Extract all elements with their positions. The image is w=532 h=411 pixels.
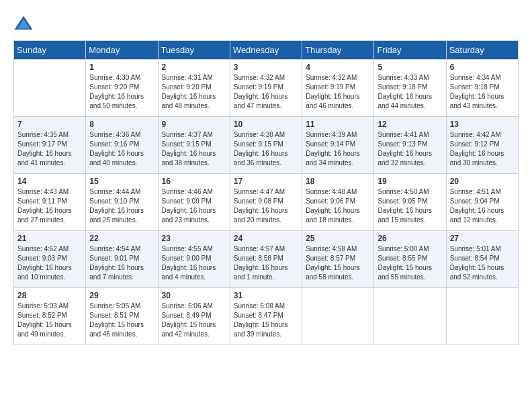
- calendar-cell: [302, 288, 374, 345]
- cell-content: Sunrise: 4:35 AMSunset: 9:17 PMDaylight:…: [17, 130, 82, 168]
- cell-content: Sunrise: 4:48 AMSunset: 9:06 PMDaylight:…: [306, 187, 370, 225]
- calendar-week-4: 21Sunrise: 4:52 AMSunset: 9:03 PMDayligh…: [14, 231, 519, 288]
- day-number: 9: [162, 120, 226, 129]
- calendar-cell: 28Sunrise: 5:03 AMSunset: 8:52 PMDayligh…: [14, 288, 86, 345]
- calendar-table: SundayMondayTuesdayWednesdayThursdayFrid…: [13, 40, 519, 345]
- day-number: 29: [89, 291, 154, 300]
- cell-content: Sunrise: 5:00 AMSunset: 8:55 PMDaylight:…: [378, 244, 442, 282]
- cell-content: Sunrise: 4:52 AMSunset: 9:03 PMDaylight:…: [17, 244, 82, 282]
- day-number: 19: [378, 177, 442, 186]
- calendar-cell: 1Sunrise: 4:30 AMSunset: 9:20 PMDaylight…: [86, 60, 158, 117]
- day-number: 5: [378, 62, 442, 72]
- cell-content: Sunrise: 4:30 AMSunset: 9:20 PMDaylight:…: [89, 73, 154, 111]
- day-header-saturday: Saturday: [446, 41, 518, 60]
- cell-content: Sunrise: 5:08 AMSunset: 8:47 PMDaylight:…: [234, 302, 298, 339]
- day-number: 31: [234, 291, 298, 300]
- calendar-header: SundayMondayTuesdayWednesdayThursdayFrid…: [14, 41, 519, 60]
- day-number: 4: [306, 62, 370, 72]
- cell-content: Sunrise: 4:41 AMSunset: 9:13 PMDaylight:…: [378, 130, 442, 168]
- calendar-cell: 3Sunrise: 4:32 AMSunset: 9:19 PMDaylight…: [230, 60, 302, 117]
- day-header-tuesday: Tuesday: [158, 41, 230, 60]
- calendar-cell: 17Sunrise: 4:47 AMSunset: 9:08 PMDayligh…: [230, 174, 302, 231]
- calendar-cell: 31Sunrise: 5:08 AMSunset: 8:47 PMDayligh…: [230, 288, 302, 345]
- calendar-cell: 15Sunrise: 4:44 AMSunset: 9:10 PMDayligh…: [86, 174, 158, 231]
- day-number: 7: [17, 120, 82, 129]
- calendar-cell: 18Sunrise: 4:48 AMSunset: 9:06 PMDayligh…: [302, 174, 374, 231]
- cell-content: Sunrise: 4:51 AMSunset: 9:04 PMDaylight:…: [450, 187, 515, 225]
- calendar-cell: 30Sunrise: 5:06 AMSunset: 8:49 PMDayligh…: [158, 288, 230, 345]
- calendar-cell: 7Sunrise: 4:35 AMSunset: 9:17 PMDaylight…: [14, 117, 86, 174]
- day-header-thursday: Thursday: [302, 41, 374, 60]
- day-number: 10: [234, 120, 298, 129]
- day-number: 1: [89, 62, 154, 72]
- cell-content: Sunrise: 4:33 AMSunset: 9:18 PMDaylight:…: [378, 73, 442, 111]
- day-number: 21: [17, 234, 82, 243]
- day-number: 30: [162, 291, 226, 300]
- day-header-monday: Monday: [86, 41, 158, 60]
- calendar-cell: 22Sunrise: 4:54 AMSunset: 9:01 PMDayligh…: [86, 231, 158, 288]
- calendar-cell: 29Sunrise: 5:05 AMSunset: 8:51 PMDayligh…: [86, 288, 158, 345]
- day-number: 18: [306, 177, 370, 186]
- day-number: 26: [378, 234, 442, 243]
- day-number: 28: [17, 291, 82, 300]
- cell-content: Sunrise: 4:31 AMSunset: 9:20 PMDaylight:…: [162, 73, 226, 111]
- cell-content: Sunrise: 4:37 AMSunset: 9:15 PMDaylight:…: [162, 130, 226, 168]
- day-number: 25: [306, 234, 370, 243]
- cell-content: Sunrise: 5:05 AMSunset: 8:51 PMDaylight:…: [89, 302, 154, 339]
- cell-content: Sunrise: 5:03 AMSunset: 8:52 PMDaylight:…: [17, 302, 82, 339]
- calendar-cell: 21Sunrise: 4:52 AMSunset: 9:03 PMDayligh…: [14, 231, 86, 288]
- calendar-cell: 23Sunrise: 4:55 AMSunset: 9:00 PMDayligh…: [158, 231, 230, 288]
- calendar-body: 1Sunrise: 4:30 AMSunset: 9:20 PMDaylight…: [14, 60, 519, 345]
- cell-content: Sunrise: 4:42 AMSunset: 9:12 PMDaylight:…: [450, 130, 515, 168]
- cell-content: Sunrise: 5:01 AMSunset: 8:54 PMDaylight:…: [450, 244, 515, 282]
- cell-content: Sunrise: 4:34 AMSunset: 9:18 PMDaylight:…: [450, 73, 515, 111]
- day-number: 3: [234, 62, 298, 72]
- day-header-wednesday: Wednesday: [230, 41, 302, 60]
- cell-content: Sunrise: 4:39 AMSunset: 9:14 PMDaylight:…: [306, 130, 370, 168]
- day-number: 2: [162, 62, 226, 72]
- calendar-cell: 20Sunrise: 4:51 AMSunset: 9:04 PMDayligh…: [446, 174, 518, 231]
- day-number: 8: [89, 120, 154, 129]
- cell-content: Sunrise: 4:54 AMSunset: 9:01 PMDaylight:…: [89, 244, 154, 282]
- calendar-cell: 19Sunrise: 4:50 AMSunset: 9:05 PMDayligh…: [374, 174, 446, 231]
- calendar-cell: 16Sunrise: 4:46 AMSunset: 9:09 PMDayligh…: [158, 174, 230, 231]
- calendar-cell: 10Sunrise: 4:38 AMSunset: 9:15 PMDayligh…: [230, 117, 302, 174]
- day-number: 23: [162, 234, 226, 243]
- calendar-week-5: 28Sunrise: 5:03 AMSunset: 8:52 PMDayligh…: [14, 288, 519, 345]
- cell-content: Sunrise: 4:43 AMSunset: 9:11 PMDaylight:…: [17, 187, 82, 225]
- calendar-cell: 12Sunrise: 4:41 AMSunset: 9:13 PMDayligh…: [374, 117, 446, 174]
- cell-content: Sunrise: 4:50 AMSunset: 9:05 PMDaylight:…: [378, 187, 442, 225]
- day-number: 12: [378, 120, 442, 129]
- day-number: 27: [450, 234, 515, 243]
- cell-content: Sunrise: 4:44 AMSunset: 9:10 PMDaylight:…: [89, 187, 154, 225]
- cell-content: Sunrise: 4:58 AMSunset: 8:57 PMDaylight:…: [306, 244, 370, 282]
- day-number: 22: [89, 234, 154, 243]
- day-header-row: SundayMondayTuesdayWednesdayThursdayFrid…: [14, 41, 519, 60]
- cell-content: Sunrise: 4:38 AMSunset: 9:15 PMDaylight:…: [234, 130, 298, 168]
- day-number: 24: [234, 234, 298, 243]
- calendar-cell: 27Sunrise: 5:01 AMSunset: 8:54 PMDayligh…: [446, 231, 518, 288]
- day-header-friday: Friday: [374, 41, 446, 60]
- day-header-sunday: Sunday: [14, 41, 86, 60]
- calendar-week-1: 1Sunrise: 4:30 AMSunset: 9:20 PMDaylight…: [14, 60, 519, 117]
- cell-content: Sunrise: 4:47 AMSunset: 9:08 PMDaylight:…: [234, 187, 298, 225]
- calendar-cell: [374, 288, 446, 345]
- cell-content: Sunrise: 4:57 AMSunset: 8:58 PMDaylight:…: [234, 244, 298, 282]
- cell-content: Sunrise: 4:32 AMSunset: 9:19 PMDaylight:…: [234, 73, 298, 111]
- calendar-cell: 24Sunrise: 4:57 AMSunset: 8:58 PMDayligh…: [230, 231, 302, 288]
- calendar-cell: 6Sunrise: 4:34 AMSunset: 9:18 PMDaylight…: [446, 60, 518, 117]
- calendar-week-2: 7Sunrise: 4:35 AMSunset: 9:17 PMDaylight…: [14, 117, 519, 174]
- calendar-cell: 26Sunrise: 5:00 AMSunset: 8:55 PMDayligh…: [374, 231, 446, 288]
- calendar-cell: 5Sunrise: 4:33 AMSunset: 9:18 PMDaylight…: [374, 60, 446, 117]
- cell-content: Sunrise: 4:32 AMSunset: 9:19 PMDaylight:…: [306, 73, 370, 111]
- calendar-cell: [14, 60, 86, 117]
- calendar-cell: 14Sunrise: 4:43 AMSunset: 9:11 PMDayligh…: [14, 174, 86, 231]
- logo-icon: [13, 13, 34, 34]
- calendar-cell: 8Sunrise: 4:36 AMSunset: 9:16 PMDaylight…: [86, 117, 158, 174]
- cell-content: Sunrise: 4:55 AMSunset: 9:00 PMDaylight:…: [162, 244, 226, 282]
- calendar-cell: 25Sunrise: 4:58 AMSunset: 8:57 PMDayligh…: [302, 231, 374, 288]
- page-header: [13, 13, 519, 34]
- cell-content: Sunrise: 4:36 AMSunset: 9:16 PMDaylight:…: [89, 130, 154, 168]
- calendar-week-3: 14Sunrise: 4:43 AMSunset: 9:11 PMDayligh…: [14, 174, 519, 231]
- calendar-cell: 9Sunrise: 4:37 AMSunset: 9:15 PMDaylight…: [158, 117, 230, 174]
